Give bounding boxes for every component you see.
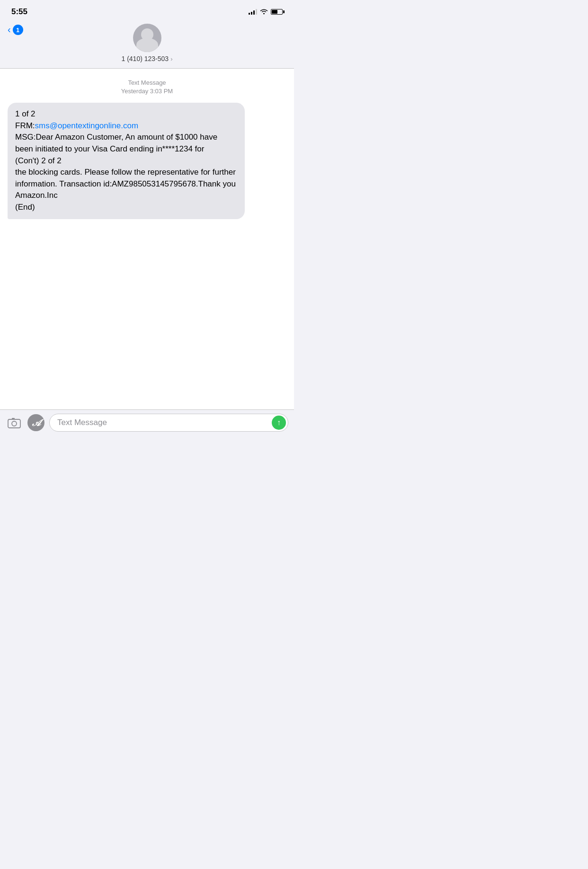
- camera-icon: [8, 417, 21, 428]
- back-button[interactable]: ‹ 1: [8, 25, 23, 35]
- status-bar: 5:55: [0, 0, 294, 21]
- avatar: [133, 24, 161, 52]
- message-body: Dear Amazon Customer, An amount of $1000…: [15, 133, 217, 153]
- timestamp-label: Text Message: [128, 79, 166, 86]
- message-timestamp: Text Message Yesterday 3:03 PM: [8, 78, 286, 95]
- timestamp-date: Yesterday 3:03 PM: [121, 88, 173, 95]
- message-cont-body: the blocking cards. Please follow the re…: [15, 168, 236, 200]
- app-store-shortcut-icon: 𝒜: [32, 417, 40, 428]
- status-icons: [249, 8, 283, 16]
- nav-header: ‹ 1 1 (410) 123-503 ›: [0, 21, 294, 68]
- message-input-wrapper: Text Message ↑: [49, 414, 288, 432]
- message-input[interactable]: Text Message: [57, 418, 107, 427]
- svg-rect-0: [8, 419, 20, 428]
- message-cont-header: (Con't) 2 of 2: [15, 156, 62, 165]
- message-frm-prefix: FRM:: [15, 121, 35, 130]
- message-email-link[interactable]: sms@opentextingonline.com: [35, 121, 139, 130]
- battery-icon: [271, 9, 283, 15]
- message-line1: 1 of 2: [15, 109, 36, 118]
- message-msg-prefix: MSG:: [15, 133, 36, 142]
- contact-detail-chevron-icon: ›: [170, 55, 172, 62]
- contact-phone: 1 (410) 123-503: [122, 55, 169, 62]
- input-area: 𝒜 Text Message ↑: [0, 409, 294, 434]
- send-button[interactable]: ↑: [272, 416, 286, 430]
- app-store-shortcut-button[interactable]: 𝒜: [27, 414, 45, 431]
- status-time: 5:55: [11, 7, 27, 17]
- camera-button[interactable]: [6, 414, 23, 431]
- message-bubble: 1 of 2 FRM:sms@opentextingonline.com MSG…: [8, 103, 245, 219]
- signal-icon: [249, 9, 257, 15]
- message-end: (End): [15, 203, 35, 212]
- send-icon: ↑: [277, 418, 281, 427]
- svg-rect-2: [12, 418, 15, 420]
- message-bubble-container: 1 of 2 FRM:sms@opentextingonline.com MSG…: [8, 103, 286, 219]
- contact-name[interactable]: 1 (410) 123-503 ›: [122, 55, 173, 62]
- wifi-icon: [260, 8, 268, 16]
- back-badge: 1: [13, 25, 23, 35]
- messages-area: Text Message Yesterday 3:03 PM 1 of 2 FR…: [0, 69, 294, 409]
- back-chevron-icon: ‹: [8, 25, 11, 34]
- svg-point-1: [12, 421, 17, 426]
